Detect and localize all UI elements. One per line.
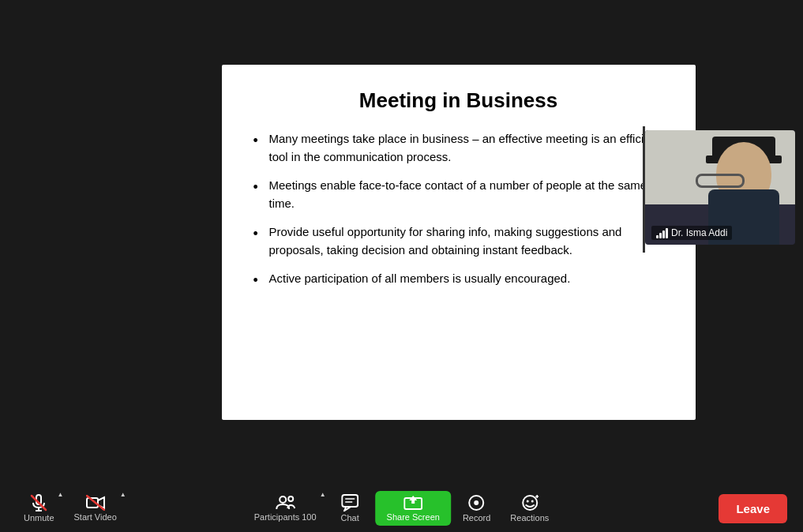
slide-presentation: Meeting in Business Many meetings take p… [222,65,696,420]
svg-point-7 [280,496,286,503]
svg-point-17 [526,500,528,503]
signal-icon [656,228,668,238]
video-caret-icon[interactable]: ▲ [120,491,126,498]
svg-marker-13 [409,496,417,504]
participant-name-badge: Dr. Isma Addi [651,226,732,240]
record-label: Record [463,513,490,523]
share-screen-button[interactable]: Share Screen [376,491,451,526]
svg-point-18 [531,500,533,503]
reactions-button[interactable]: Reactions [502,491,557,526]
slide-bullet-3: Provide useful opportunity for sharing i… [253,223,664,259]
leave-button[interactable]: Leave [719,494,787,523]
svg-point-8 [288,496,293,501]
chat-button[interactable]: Chat [328,491,372,526]
record-icon [468,494,486,511]
reactions-icon [521,494,538,511]
slide-bullet-2: Meetings enable face-to-face contact of … [253,177,664,212]
unmute-caret-icon[interactable]: ▲ [58,491,64,498]
participants-button[interactable]: Participants 100 ▲ [246,491,325,526]
mic-muted-icon [30,494,47,511]
toolbar-left-controls: Unmute ▲ Start Video ▲ [16,491,125,526]
svg-point-15 [475,500,479,505]
record-button[interactable]: Record [455,491,498,526]
unmute-label: Unmute [24,513,54,523]
participants-caret-icon[interactable]: ▲ [320,491,326,498]
slide-bullet-4: Active participation of all members is u… [253,270,664,288]
slide-bullets: Many meetings take place in business – a… [253,130,664,288]
camera-off-icon [86,495,105,511]
person-glasses [696,174,745,188]
main-content-area: Meeting in Business Many meetings take p… [0,0,803,485]
share-screen-icon [403,495,422,511]
share-screen-label: Share Screen [387,512,440,522]
reactions-label: Reactions [510,513,549,523]
slide-bullet-1: Many meetings take place in business – a… [253,130,664,166]
slide-title: Meeting in Business [253,88,664,113]
participants-label: Participants 100 [254,512,317,522]
participants-icon [275,495,295,511]
meeting-toolbar: Unmute ▲ Start Video ▲ [0,485,803,532]
svg-rect-9 [342,495,358,507]
start-video-label: Start Video [74,512,117,522]
svg-point-16 [523,496,537,510]
chat-icon [341,494,358,511]
toolbar-center-controls: Participants 100 ▲ Chat [246,491,557,526]
start-video-button[interactable]: Start Video ▲ [66,491,125,526]
unmute-button[interactable]: Unmute ▲ [16,491,62,526]
chat-label: Chat [340,513,358,523]
participant-video-thumbnail: Dr. Isma Addi [645,130,795,245]
toolbar-right-controls: Leave [719,494,787,523]
participant-display-name: Dr. Isma Addi [671,227,727,238]
